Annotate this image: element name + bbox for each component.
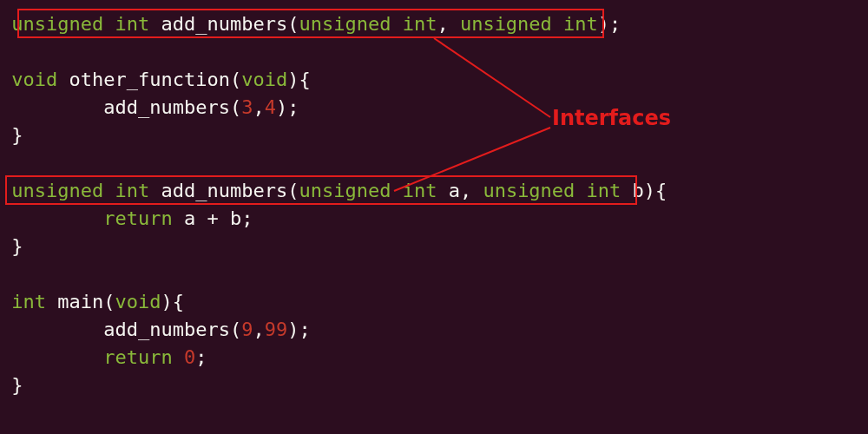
code-line-14: } bbox=[0, 374, 23, 396]
keyword-return: return bbox=[103, 207, 172, 229]
code-line-5: } bbox=[0, 124, 23, 146]
number-literal: 9 bbox=[241, 319, 253, 340]
code-line-12: add_numbers(9,99); bbox=[0, 319, 311, 340]
code-line-13: return 0; bbox=[0, 346, 207, 368]
identifier-fn: add_numbers bbox=[103, 319, 230, 340]
highlight-box-declaration bbox=[17, 9, 604, 38]
keyword-void: void bbox=[241, 69, 287, 90]
number-literal: 99 bbox=[265, 319, 288, 340]
code-line-11: int main(void){ bbox=[0, 291, 184, 312]
code-block: unsigned int add_numbers(unsigned int, u… bbox=[0, 10, 868, 399]
number-literal: 4 bbox=[265, 96, 276, 118]
code-line-3: void other_function(void){ bbox=[0, 69, 311, 90]
highlight-box-definition bbox=[5, 175, 637, 205]
identifier-fn: main bbox=[57, 291, 103, 312]
identifier-fn: add_numbers bbox=[103, 96, 230, 118]
code-editor: unsigned int add_numbers(unsigned int, u… bbox=[0, 0, 868, 399]
number-literal: 0 bbox=[184, 346, 195, 368]
keyword-void: void bbox=[11, 69, 57, 90]
number-literal: 3 bbox=[241, 96, 253, 118]
code-line-4: add_numbers(3,4); bbox=[0, 96, 299, 118]
identifier-fn: other_function bbox=[69, 69, 229, 90]
code-line-9: } bbox=[0, 235, 23, 257]
code-line-8: return a + b; bbox=[0, 207, 253, 229]
keyword-int: int bbox=[11, 291, 46, 312]
keyword-void: void bbox=[115, 291, 161, 312]
annotation-label: Interfaces bbox=[552, 106, 671, 130]
keyword-return: return bbox=[103, 346, 172, 368]
